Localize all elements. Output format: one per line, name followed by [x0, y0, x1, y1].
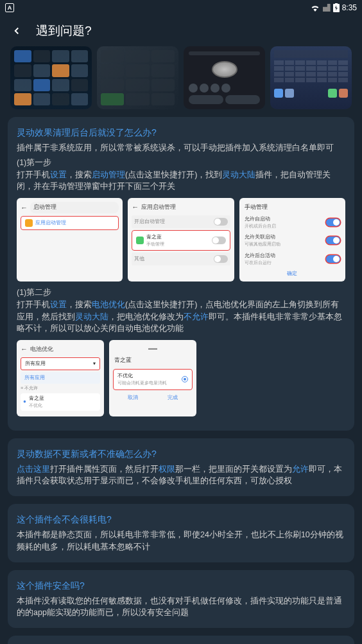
- screenshot-startup-list: ←应用启动管理 开启自动管理 青之蓝手动管理 其他: [128, 198, 234, 282]
- step1-text: 打开手机设置，搜索启动管理(点击这里快捷打开)，找到灵动大陆插件，把自动管理关闭…: [17, 169, 345, 193]
- thumbnail-1[interactable]: [10, 46, 92, 109]
- status-time: 8:35: [342, 3, 357, 12]
- link-permissions[interactable]: 权限: [159, 465, 175, 474]
- sim-icon: [323, 4, 331, 12]
- screenshot-battery-opt: ←电池优化 所有应用▾ 所有应用 ≡ 不允许 ●青之蓝不优化: [17, 340, 104, 416]
- thumbnail-row: [0, 46, 362, 117]
- screenshots-step1: ←启动管理 应用启动管理 ←应用启动管理 开启自动管理 青之蓝手动管理 其他 手…: [17, 198, 345, 282]
- section-text: 本插件都是静态页面，所以耗电非常非常低，即使24小时全开，也比不上你刷10分钟的…: [17, 529, 345, 553]
- section-power-consumption: 这个插件会不会很耗电? 本插件都是静态页面，所以耗电非常非常低，即使24小时全开…: [8, 504, 354, 562]
- app-indicator-icon: A: [5, 3, 14, 12]
- link-battery-opt[interactable]: 电池优化: [92, 300, 125, 309]
- link-click-here[interactable]: 点击这里: [17, 465, 50, 474]
- section-title: 这个插件安全吗?: [17, 579, 345, 593]
- step2-heading: (1)第二步: [17, 287, 345, 299]
- thumbnail-2[interactable]: [97, 46, 178, 109]
- section-title: 灵动效果清理后台后就没了怎么办?: [17, 126, 345, 139]
- link-app-name-2[interactable]: 灵动大陆: [75, 312, 108, 321]
- section-title: 灵动数据不更新或者不准确怎么办?: [17, 447, 345, 461]
- link-not-allowed[interactable]: 不允许: [184, 312, 209, 321]
- thumbnail-3[interactable]: [184, 46, 265, 109]
- svg-rect-1: [335, 3, 338, 4]
- screenshot-search: ←启动管理 应用启动管理: [17, 198, 123, 282]
- thumbnail-4[interactable]: [270, 46, 352, 109]
- link-settings[interactable]: 设置: [50, 170, 67, 179]
- section-text: 本插件没有读取您的任何敏感数据，也没有对手机做任何修改，插件实现的功能只是普通的…: [17, 595, 345, 620]
- screenshot-opt-dialog: ▬▬ 青之蓝 不优化可能会消耗更多电量消耗 取消完成: [109, 340, 196, 416]
- section-intro: 插件属于非系统应用，所以常常被系统误杀，可以手动把插件加入系统清理白名单即可: [17, 142, 345, 154]
- battery-icon: [333, 3, 340, 12]
- section-background-kill: 灵动效果清理后台后就没了怎么办? 插件属于非系统应用，所以常常被系统误杀，可以手…: [8, 117, 354, 431]
- link-app-name[interactable]: 灵动大陆: [222, 170, 255, 179]
- section-text: 点击这里打开插件属性页面，然后打开权限那一栏，把里面的开关都设置为允许即可，本插…: [17, 463, 345, 488]
- section-security: 这个插件安全吗? 本插件没有读取您的任何敏感数据，也没有对手机做任何修改，插件实…: [8, 570, 354, 629]
- wifi-icon: [310, 4, 320, 12]
- link-allow[interactable]: 允许: [292, 465, 309, 474]
- screenshot-manual-mgmt: 手动管理 允许自启动开机或后台自启 允许关联启动可被其他应用启动 允许后台活动可…: [239, 198, 345, 282]
- page-title: 遇到问题?: [36, 22, 92, 39]
- link-settings-2[interactable]: 设置: [50, 300, 67, 309]
- step1-heading: (1)第一步: [17, 157, 345, 169]
- back-button[interactable]: [10, 24, 23, 37]
- screenshots-step2: ←电池优化 所有应用▾ 所有应用 ≡ 不允许 ●青之蓝不优化 ▬▬ 青之蓝 不优…: [17, 340, 196, 416]
- header: 遇到问题?: [0, 15, 362, 46]
- section-title: 这个插件会不会很耗电?: [17, 513, 345, 526]
- step2-text: 打开手机设置，搜索电池优化(点击这里快捷打开)，点电池优化界面的左上角切换到所有…: [17, 299, 345, 335]
- section-data-usage: 这个插件消耗流量吗? 在插件意外遇到BUG而闪退或者卡住时，为了我方便定位问题，…: [8, 636, 354, 644]
- status-bar: A 8:35: [0, 0, 362, 15]
- link-startup-mgmt[interactable]: 启动管理: [92, 170, 125, 179]
- section-data-not-updating: 灵动数据不更新或者不准确怎么办? 点击这里打开插件属性页面，然后打开权限那一栏，…: [8, 438, 354, 497]
- back-arrow-icon: [11, 25, 22, 37]
